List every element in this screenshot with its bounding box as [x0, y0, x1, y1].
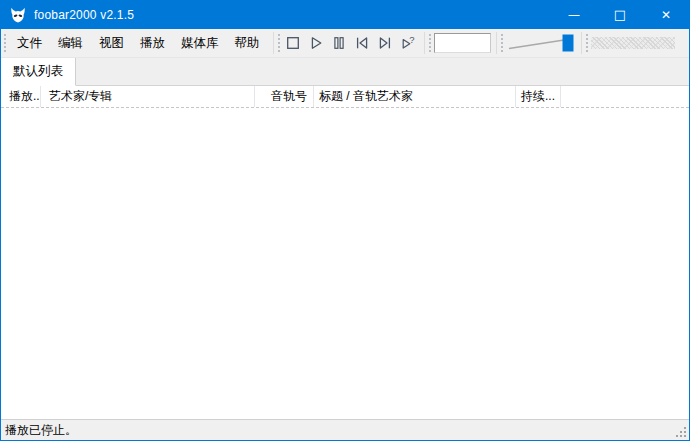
- foobar2000-logo-icon: [10, 7, 26, 23]
- menu-bar: 文件 编辑 视图 播放 媒体库 帮助: [9, 32, 268, 55]
- menu-help[interactable]: 帮助: [227, 32, 268, 55]
- next-track-button[interactable]: [375, 32, 396, 54]
- seekbar[interactable]: [591, 37, 675, 49]
- play-button[interactable]: [306, 32, 327, 54]
- column-header-duration[interactable]: 持续...: [516, 86, 561, 107]
- resize-grip[interactable]: [676, 427, 687, 438]
- volume-slider[interactable]: [506, 32, 576, 54]
- playlist-header: 播放... 艺术家/专辑 音轨号 标题 / 音轨艺术家 持续...: [1, 86, 689, 108]
- toolbar: 文件 编辑 视图 播放 媒体库 帮助: [1, 29, 689, 58]
- column-header-playing[interactable]: 播放...: [1, 86, 41, 107]
- playlist-tab-default[interactable]: 默认列表: [1, 58, 76, 86]
- minimize-button[interactable]: —: [551, 1, 597, 29]
- menu-edit[interactable]: 编辑: [50, 32, 91, 55]
- toolbar-separator: [496, 32, 497, 54]
- maximize-button[interactable]: □: [597, 1, 643, 29]
- toolbar-separator: [273, 32, 274, 54]
- random-icon: ?: [400, 35, 416, 51]
- column-header-empty: [561, 86, 689, 107]
- window-title: foobar2000 v2.1.5: [34, 8, 134, 22]
- status-text: 播放已停止。: [5, 422, 77, 439]
- menu-toolbar-drag-handle[interactable]: [4, 34, 6, 52]
- title-bar: foobar2000 v2.1.5 — □ ✕: [1, 1, 689, 29]
- playback-buttons: ?: [283, 32, 419, 54]
- column-header-artist-album[interactable]: 艺术家/专辑: [41, 86, 255, 107]
- close-button[interactable]: ✕: [643, 1, 689, 29]
- stop-button[interactable]: [283, 32, 304, 54]
- previous-track-button[interactable]: [352, 32, 373, 54]
- toolbar-separator: [424, 32, 425, 54]
- menu-view[interactable]: 视图: [91, 32, 132, 55]
- menu-library[interactable]: 媒体库: [173, 32, 227, 55]
- column-header-track-number[interactable]: 音轨号: [255, 86, 314, 107]
- pause-button[interactable]: [329, 32, 350, 54]
- app-window: foobar2000 v2.1.5 — □ ✕ 文件 编辑 视图 播放 媒体库 …: [0, 0, 690, 441]
- search-toolbar-drag-handle[interactable]: [429, 34, 431, 52]
- playlist-body[interactable]: [1, 108, 689, 419]
- volume-slider-thumb[interactable]: [562, 35, 573, 52]
- menu-playback[interactable]: 播放: [132, 32, 173, 55]
- svg-text:?: ?: [409, 35, 414, 45]
- volume-toolbar-drag-handle[interactable]: [501, 34, 503, 52]
- menu-file[interactable]: 文件: [9, 32, 50, 55]
- play-icon: [308, 35, 324, 51]
- search-input[interactable]: [434, 33, 491, 53]
- pause-icon: [331, 35, 347, 51]
- status-bar: 播放已停止。: [1, 419, 689, 440]
- toolbar-separator: [581, 32, 582, 54]
- playlist-tab-bar: 默认列表: [1, 58, 689, 86]
- previous-track-icon: [354, 35, 370, 51]
- column-header-title-track-artist[interactable]: 标题 / 音轨艺术家: [314, 86, 516, 107]
- seekbar-toolbar-drag-handle[interactable]: [586, 34, 588, 52]
- stop-icon: [285, 35, 301, 51]
- next-track-icon: [377, 35, 393, 51]
- playback-toolbar-drag-handle[interactable]: [278, 34, 280, 52]
- playlist-tab-label: 默认列表: [13, 63, 63, 80]
- random-button[interactable]: ?: [398, 32, 419, 54]
